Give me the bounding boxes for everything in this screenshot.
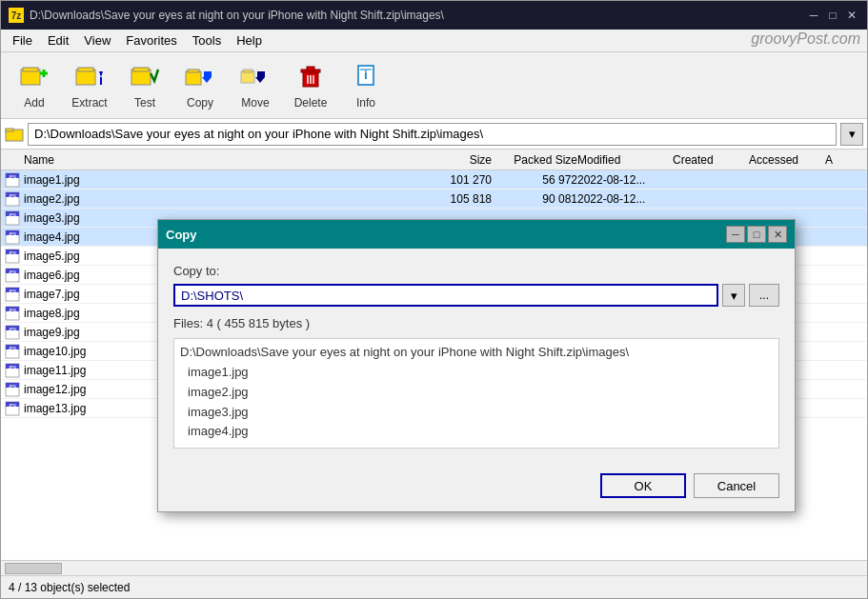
copy-file-entry: image1.jpg [180,363,773,383]
menu-help[interactable]: Help [229,31,270,50]
svg-rect-28 [6,129,13,131]
delete-label: Delete [294,96,328,110]
dialog-maximize-button[interactable]: □ [747,226,766,243]
file-name: image13.jpg [24,402,86,415]
col-accessed-header[interactable]: Accessed [749,153,825,167]
destination-input[interactable] [173,284,718,307]
status-text: 4 / 13 object(s) selected [9,581,130,594]
menu-edit[interactable]: Edit [40,31,76,50]
status-bar: 4 / 13 object(s) selected [1,575,867,598]
file-size: 101 270 [406,173,492,187]
table-row[interactable]: JPG image1.jpg 101 270 56 972 2022-08-12… [1,170,867,190]
minimize-button[interactable]: ─ [806,8,821,23]
copy-button[interactable]: Copy [174,57,226,114]
copy-icon [185,62,215,92]
table-row[interactable]: JPG image2.jpg 105 818 90 081 2022-08-12… [1,190,867,209]
file-name: image12.jpg [24,383,86,396]
file-name: image2.jpg [24,192,80,206]
col-packed-header[interactable]: Packed Size [492,153,577,167]
extract-label: Extract [71,96,107,110]
menu-tools[interactable]: Tools [185,31,229,50]
info-button[interactable]: i Info [340,57,392,114]
col-created-header[interactable]: Created [673,153,749,167]
add-button[interactable]: Add [9,57,60,114]
jpg-file-icon: JPG [5,287,20,302]
svg-rect-9 [133,68,149,71]
svg-text:JPG: JPG [9,211,16,216]
file-name: image6.jpg [24,269,80,282]
folder-icon [5,125,24,144]
scrollbar-thumb[interactable] [5,563,62,574]
info-label: Info [356,96,375,110]
browse-button[interactable]: ... [749,284,779,307]
col-name-header[interactable]: Name [5,153,406,167]
title-bar: 7z D:\Downloads\Save your eyes at night … [1,1,867,30]
address-input[interactable] [28,123,837,146]
jpg-file-icon: JPG [5,306,20,321]
dialog-title-bar: Copy ─ □ ✕ [158,220,795,249]
add-label: Add [24,96,44,110]
svg-marker-6 [99,71,103,77]
jpg-file-icon: JPG [5,401,20,416]
address-dropdown-button[interactable]: ▾ [840,123,863,146]
col-modified-header[interactable]: Modified [577,153,673,167]
window-title: D:\Downloads\Save your eyes at night on … [30,9,444,22]
dialog-minimize-button[interactable]: ─ [726,226,745,243]
file-modified: 2022-08-12... [577,192,673,206]
svg-text:i: i [364,69,367,82]
jpg-file-icon: JPG [5,325,20,340]
extract-icon [74,62,105,92]
ok-button[interactable]: OK [600,473,686,498]
jpg-file-icon: JPG [5,344,20,359]
svg-text:JPG: JPG [9,364,16,369]
svg-rect-13 [204,71,212,77]
file-name: image10.jpg [24,345,86,358]
file-modified: 2022-08-12... [577,173,673,187]
jpg-file-icon: JPG [5,230,20,245]
menu-favorites[interactable]: Favorites [118,31,184,50]
maximize-button[interactable]: □ [825,8,840,23]
move-icon [240,62,271,92]
svg-text:JPG: JPG [9,307,16,311]
delete-button[interactable]: Delete [285,57,336,114]
svg-text:JPG: JPG [9,288,16,292]
source-path: D:\Downloads\Save your eyes at night on … [180,345,773,359]
svg-rect-15 [243,70,252,72]
move-label: Move [241,96,269,110]
copy-file-entry: image4.jpg [180,422,773,442]
copy-file-entry: image3.jpg [180,403,773,423]
menu-view[interactable]: View [76,31,118,50]
col-size-header[interactable]: Size [406,153,492,167]
file-name: image11.jpg [24,364,86,377]
add-icon [19,62,50,92]
horizontal-scrollbar[interactable] [1,560,867,575]
file-name-cell: JPG image1.jpg [5,172,406,188]
svg-rect-5 [78,68,93,71]
dialog-close-button[interactable]: ✕ [768,226,787,243]
close-button[interactable]: ✕ [844,8,859,23]
svg-rect-17 [257,71,265,77]
jpg-file-icon: JPG [5,382,20,397]
jpg-file-icon: JPG [5,172,20,188]
menu-file[interactable]: File [5,31,40,50]
file-packed-size: 90 081 [492,192,577,206]
svg-text:JPG: JPG [9,383,16,388]
dialog-body: Copy to: ▾ ... Files: 4 ( 455 815 bytes … [158,249,795,464]
copy-file-entry: image2.jpg [180,383,773,403]
svg-text:JPG: JPG [9,269,16,273]
extract-button[interactable]: Extract [64,57,115,114]
test-button[interactable]: Test [119,57,171,114]
svg-marker-16 [255,77,265,83]
column-header: Name Size Packed Size Modified Created A… [1,150,867,170]
files-info: Files: 4 ( 455 815 bytes ) [173,316,779,330]
destination-dropdown-button[interactable]: ▾ [722,284,745,307]
test-icon [130,62,160,92]
cancel-button[interactable]: Cancel [694,473,779,498]
col-attr-header[interactable]: A [825,153,863,167]
svg-rect-14 [241,71,254,83]
copy-file-entries: image1.jpgimage2.jpgimage3.jpgimage4.jpg [180,363,773,442]
svg-text:JPG: JPG [9,250,16,254]
dialog-footer: OK Cancel [158,464,795,511]
move-button[interactable]: Move [230,57,281,114]
file-name: image1.jpg [24,173,80,187]
